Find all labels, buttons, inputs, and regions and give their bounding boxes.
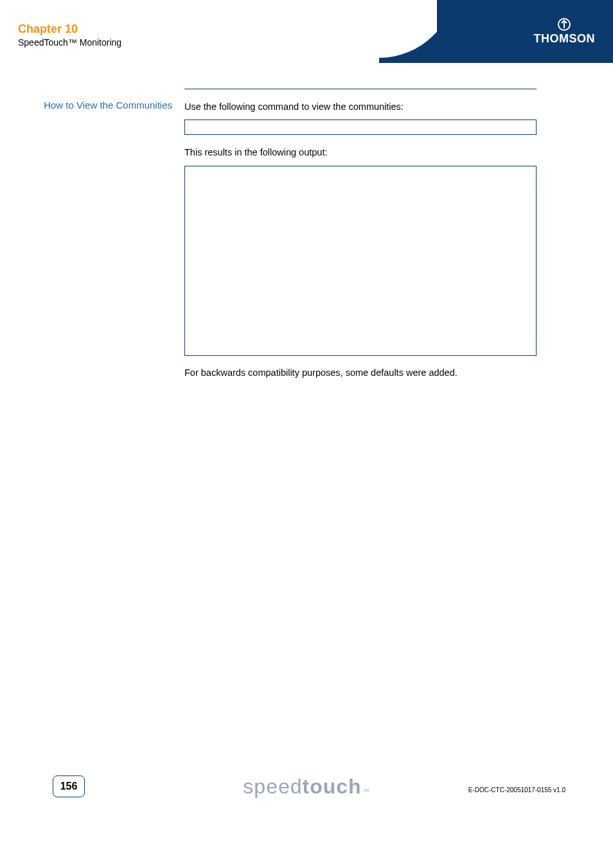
content-divider	[184, 89, 537, 89]
body-text-note: For backwards compatibility purposes, so…	[184, 368, 458, 378]
thomson-marker-icon	[534, 18, 596, 31]
output-box	[184, 166, 537, 356]
doc-id: E-DOC-CTC-20051017-0155 v1.0	[468, 786, 565, 793]
section-heading: How to View the Communities	[18, 99, 172, 112]
logo-light-part: speed	[243, 775, 302, 799]
page-number: 156	[53, 775, 85, 797]
logo-tm: ™	[363, 788, 370, 795]
body-text-result: This results in the following output:	[184, 147, 327, 157]
header-curve	[360, 0, 437, 63]
thomson-brand-text: THOMSON	[534, 32, 596, 46]
speedtouch-logo: speedtouch™	[243, 775, 369, 799]
chapter-title: Chapter 10	[18, 22, 78, 36]
thomson-logo: THOMSON	[534, 18, 596, 46]
chapter-subtitle: SpeedTouch™ Monitoring	[18, 37, 121, 48]
logo-bold-part: touch	[303, 775, 362, 799]
body-text-intro: Use the following command to view the co…	[184, 102, 404, 112]
command-box	[184, 120, 537, 135]
